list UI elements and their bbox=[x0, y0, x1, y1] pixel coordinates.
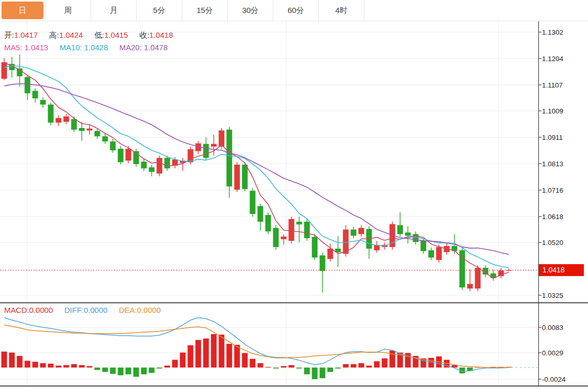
current-price-tag: 1.0418 bbox=[539, 264, 584, 276]
ohlc-item-1: 高:1.0424 bbox=[49, 31, 83, 39]
ma-legend-0: MA5: 1.0413 bbox=[4, 43, 48, 52]
ma-header-row: MA5: 1.0413MA10: 1.0428MA20: 1.0478 bbox=[4, 43, 179, 52]
price-axis-label: 1.0520 bbox=[542, 239, 563, 247]
ohlc-header-row: 开:1.0417高:1.0424低:1.0415收:1.0418 bbox=[4, 31, 184, 40]
ohlc-item-3: 收:1.0418 bbox=[139, 31, 173, 39]
ma-legend-1: MA10: 1.0428 bbox=[60, 43, 108, 52]
ohlc-item-2: 低:1.0415 bbox=[94, 31, 128, 39]
price-axis-label: 1.0618 bbox=[542, 213, 563, 221]
trading-chart-app: 日周月5分15分30分60分4时 开:1.0417高:1.0424低:1.041… bbox=[0, 0, 588, 389]
price-axis-label: 1.0325 bbox=[542, 292, 563, 299]
price-axis-label: 1.1107 bbox=[542, 81, 563, 89]
price-axis-label: 1.1009 bbox=[542, 107, 563, 115]
macd-axis-label: 0.0083 bbox=[542, 324, 563, 332]
price-axis-label: 1.0716 bbox=[542, 186, 563, 194]
macd-header-row: MACD:0.0000DIFF:0.0000DEA:0.0000 bbox=[4, 306, 172, 314]
macd-legend-0: MACD:0.0000 bbox=[4, 306, 53, 314]
price-axis-label: 1.0911 bbox=[542, 134, 563, 141]
price-axis-label: 1.1302 bbox=[542, 28, 563, 36]
macd-axis-label: 0.0029 bbox=[542, 349, 563, 357]
price-axis-label: 1.0813 bbox=[542, 160, 563, 168]
macd-axis-label: -0.0024 bbox=[542, 376, 566, 383]
ohlc-item-0: 开:1.0417 bbox=[4, 31, 38, 39]
chart-canvas[interactable] bbox=[0, 0, 588, 389]
macd-legend-1: DIFF:0.0000 bbox=[64, 306, 107, 314]
price-axis-label: 1.1204 bbox=[542, 55, 563, 63]
macd-legend-2: DEA:0.0000 bbox=[119, 306, 161, 314]
ma-legend-2: MA20: 1.0478 bbox=[120, 43, 168, 52]
